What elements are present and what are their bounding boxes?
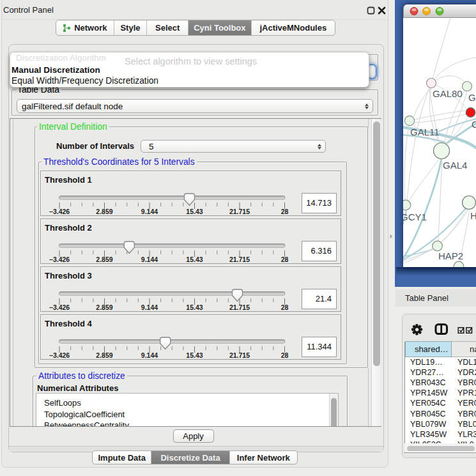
svg-text:HIS4: HIS4 — [470, 210, 476, 221]
svg-text:GAL11: GAL11 — [410, 127, 440, 137]
svg-text:CDC1: CDC1 — [472, 119, 476, 130]
svg-text:GAL2: GAL2 — [468, 92, 476, 103]
svg-text:GAL4: GAL4 — [443, 160, 467, 171]
svg-text:GAL80: GAL80 — [433, 88, 463, 99]
svg-text:GCY1: GCY1 — [403, 211, 427, 222]
svg-text:HAP2: HAP2 — [438, 250, 463, 261]
